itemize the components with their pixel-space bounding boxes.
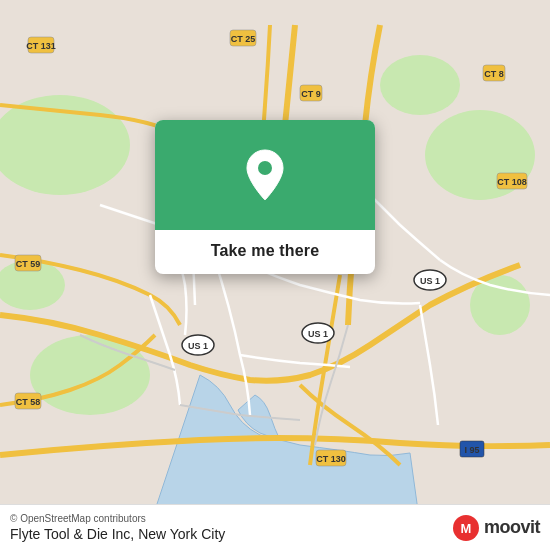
svg-text:CT 8: CT 8 xyxy=(484,69,504,79)
svg-text:M: M xyxy=(461,521,472,536)
svg-text:CT 59: CT 59 xyxy=(16,259,41,269)
svg-text:CT 58: CT 58 xyxy=(16,397,41,407)
svg-text:I 95: I 95 xyxy=(464,445,479,455)
popup-green-area xyxy=(155,120,375,230)
location-pin-icon xyxy=(243,148,287,202)
moovit-icon: M xyxy=(452,514,480,542)
bottom-left: © OpenStreetMap contributors Flyte Tool … xyxy=(10,513,225,542)
moovit-text: moovit xyxy=(484,517,540,538)
svg-text:CT 131: CT 131 xyxy=(26,41,56,51)
svg-point-3 xyxy=(380,55,460,115)
popup-card: Take me there xyxy=(155,120,375,274)
osm-attribution: © OpenStreetMap contributors xyxy=(10,513,225,524)
bottom-bar: © OpenStreetMap contributors Flyte Tool … xyxy=(0,504,550,550)
svg-text:US 1: US 1 xyxy=(420,276,440,286)
svg-text:CT 9: CT 9 xyxy=(301,89,321,99)
location-name: Flyte Tool & Die Inc, New York City xyxy=(10,526,225,542)
svg-point-31 xyxy=(258,161,272,175)
svg-text:CT 25: CT 25 xyxy=(231,34,256,44)
svg-text:US 1: US 1 xyxy=(308,329,328,339)
take-me-there-button[interactable]: Take me there xyxy=(207,240,324,262)
map-container: CT 131 CT 25 CT 8 CT 108 CT 9 CT 59 CT 5… xyxy=(0,0,550,550)
moovit-logo[interactable]: M moovit xyxy=(452,514,540,542)
svg-text:CT 130: CT 130 xyxy=(316,454,346,464)
popup-footer: Take me there xyxy=(155,230,375,274)
svg-text:US 1: US 1 xyxy=(188,341,208,351)
svg-text:CT 108: CT 108 xyxy=(497,177,527,187)
